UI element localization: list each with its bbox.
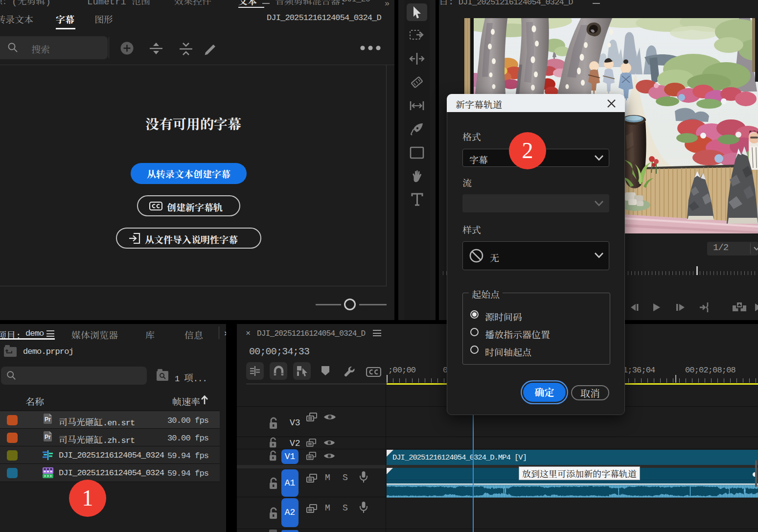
svg-text:Pr: Pr (45, 434, 51, 440)
svg-text:Pr: Pr (45, 416, 51, 423)
